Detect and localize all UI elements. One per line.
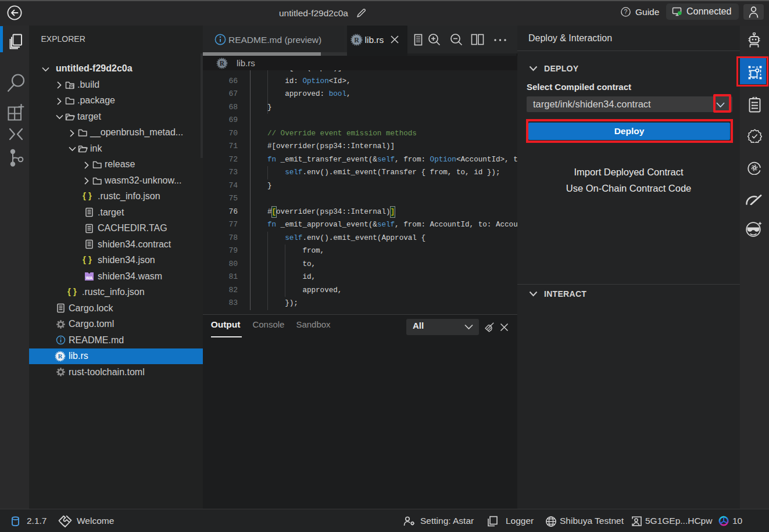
svg-text:R: R [354, 35, 359, 44]
svg-text:R: R [58, 353, 63, 360]
svg-text:?: ? [624, 8, 628, 15]
svg-text:WA: WA [85, 275, 93, 281]
svg-text:R: R [220, 60, 225, 67]
